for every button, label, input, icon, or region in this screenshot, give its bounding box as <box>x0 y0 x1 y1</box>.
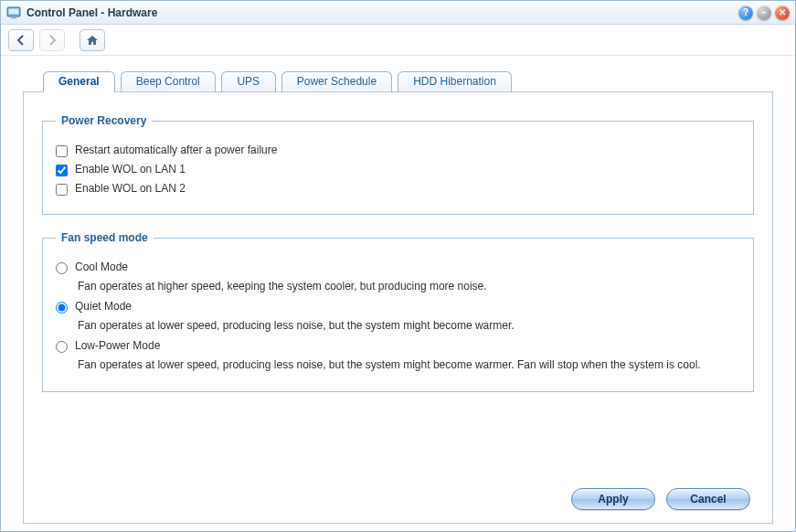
chevron-left-icon <box>16 35 27 46</box>
minimize-button[interactable]: – <box>757 5 771 20</box>
option-wol-lan2: Enable WOL on LAN 2 <box>56 182 740 196</box>
svg-rect-1 <box>9 8 19 14</box>
option-quiet-mode: Quiet Mode <box>56 300 740 314</box>
tab-row: General Beep Control UPS Power Schedule … <box>43 70 773 91</box>
close-icon: ✕ <box>779 8 786 17</box>
forward-button[interactable] <box>39 29 65 51</box>
fan-speed-legend: Fan speed mode <box>56 231 154 244</box>
option-cool-mode: Cool Mode <box>56 261 740 274</box>
tab-hdd-hibernation[interactable]: HDD Hibernation <box>398 71 512 92</box>
close-button[interactable]: ✕ <box>775 5 790 20</box>
option-low-power-mode: Low-Power Mode <box>56 339 740 353</box>
tab-power-schedule[interactable]: Power Schedule <box>281 71 392 92</box>
home-icon <box>86 34 99 47</box>
toolbar <box>1 25 795 56</box>
titlebar: Control Panel - Hardware ? – ✕ <box>1 1 795 25</box>
titlebar-buttons: ? – ✕ <box>738 5 790 20</box>
tab-beep-control[interactable]: Beep Control <box>121 71 216 92</box>
cancel-button[interactable]: Cancel <box>666 488 750 510</box>
checkbox-wol-lan1[interactable] <box>56 165 68 176</box>
tab-general[interactable]: General <box>43 71 115 92</box>
chevron-right-icon <box>47 35 58 46</box>
desc-cool-mode: Fan operates at higher speed, keeping th… <box>78 280 740 293</box>
power-recovery-group: Power Recovery Restart automatically aft… <box>42 114 754 215</box>
power-recovery-legend: Power Recovery <box>56 114 152 127</box>
label-cool-mode[interactable]: Cool Mode <box>75 261 128 273</box>
window: Control Panel - Hardware ? – ✕ General B… <box>0 0 796 532</box>
help-button[interactable]: ? <box>738 5 753 20</box>
dialog-button-row: Apply Cancel <box>42 483 754 510</box>
option-wol-lan1: Enable WOL on LAN 1 <box>56 163 740 176</box>
label-restart-auto[interactable]: Restart automatically after a power fail… <box>75 144 277 156</box>
checkbox-wol-lan2[interactable] <box>56 184 68 196</box>
label-quiet-mode[interactable]: Quiet Mode <box>75 300 132 313</box>
desc-low-power-mode: Fan operates at lower speed, producing l… <box>78 358 740 371</box>
home-button[interactable] <box>80 29 105 51</box>
svg-rect-2 <box>11 16 16 18</box>
label-wol-lan2[interactable]: Enable WOL on LAN 2 <box>75 182 186 195</box>
option-restart-auto: Restart automatically after a power fail… <box>56 144 740 157</box>
radio-cool-mode[interactable] <box>56 262 68 274</box>
fan-speed-group: Fan speed mode Cool Mode Fan operates at… <box>42 231 754 392</box>
tab-ups[interactable]: UPS <box>221 71 276 92</box>
back-button[interactable] <box>8 29 34 51</box>
checkbox-restart-auto[interactable] <box>56 145 68 157</box>
tab-panel-general: Power Recovery Restart automatically aft… <box>23 91 773 524</box>
app-icon <box>6 5 21 20</box>
label-low-power-mode[interactable]: Low-Power Mode <box>75 339 160 352</box>
radio-quiet-mode[interactable] <box>56 302 68 314</box>
window-title: Control Panel - Hardware <box>27 6 738 19</box>
help-icon: ? <box>743 8 748 17</box>
content: General Beep Control UPS Power Schedule … <box>1 56 795 531</box>
apply-button[interactable]: Apply <box>571 488 655 510</box>
desc-quiet-mode: Fan operates at lower speed, producing l… <box>78 319 740 332</box>
minimize-icon: – <box>761 8 767 17</box>
label-wol-lan1[interactable]: Enable WOL on LAN 1 <box>75 163 186 176</box>
radio-low-power-mode[interactable] <box>56 341 68 353</box>
